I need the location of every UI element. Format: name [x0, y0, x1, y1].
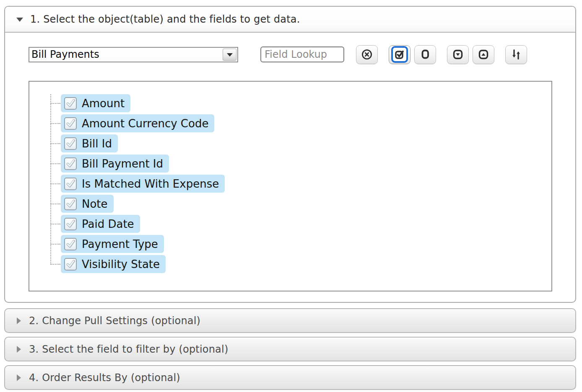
field-row: Visibility State [61, 255, 551, 273]
field-row: Bill Payment Id [61, 155, 551, 173]
field-row: Note [61, 195, 551, 213]
field-checkbox[interactable] [64, 137, 77, 150]
field-lookup-input[interactable] [260, 46, 344, 62]
field-item[interactable]: Visibility State [61, 255, 166, 273]
section2-title: 2. Change Pull Settings (optional) [29, 315, 200, 327]
checkbox-checked-icon [393, 48, 406, 61]
field-item[interactable]: Note [61, 195, 114, 213]
object-select-value: Bill Payments [29, 49, 99, 60]
field-item[interactable]: Bill Payment Id [61, 155, 169, 173]
collapse-all-button[interactable] [447, 45, 469, 64]
field-checkbox[interactable] [64, 97, 77, 110]
field-row: Paid Date [61, 215, 551, 233]
checkbox-empty-icon [419, 48, 431, 61]
field-label: Payment Type [82, 238, 158, 250]
field-label: Note [82, 198, 108, 210]
field-row: Amount Currency Code [61, 114, 551, 132]
field-row: Is Matched With Expense [61, 175, 551, 193]
field-label: Paid Date [82, 218, 134, 230]
field-checkbox[interactable] [64, 198, 77, 210]
field-row: Amount [61, 94, 551, 112]
field-item[interactable]: Bill Id [61, 134, 118, 152]
fields-tree-panel: Amount Amount Currency Code [29, 81, 552, 291]
field-label: Amount Currency Code [82, 117, 208, 130]
section-order-results[interactable]: 4. Order Results By (optional) [4, 365, 576, 390]
chevron-right-icon [17, 346, 21, 353]
section3-title: 3. Select the field to filter by (option… [29, 343, 228, 355]
field-item[interactable]: Is Matched With Expense [61, 175, 225, 193]
field-item[interactable]: Amount Currency Code [61, 114, 214, 132]
query-builder-page: 1. Select the object(table) and the fiel… [0, 0, 582, 392]
section4-title: 4. Order Results By (optional) [29, 372, 180, 384]
field-label: Is Matched With Expense [82, 178, 219, 190]
field-label: Amount [82, 97, 125, 110]
field-checkbox[interactable] [64, 117, 77, 130]
chevron-down-icon [16, 18, 23, 22]
clear-selection-button[interactable] [356, 45, 378, 64]
field-label: Bill Payment Id [82, 157, 163, 170]
circle-x-icon [361, 48, 373, 61]
field-checkbox[interactable] [64, 178, 77, 190]
field-checkbox[interactable] [64, 157, 77, 170]
field-checkbox[interactable] [64, 238, 77, 250]
section-pull-settings[interactable]: 2. Change Pull Settings (optional) [4, 308, 576, 333]
expand-all-button[interactable] [473, 45, 494, 64]
box-arrow-down-icon [452, 48, 464, 61]
field-label: Visibility State [82, 258, 160, 271]
sort-fields-button[interactable] [505, 45, 527, 64]
field-label: Bill Id [82, 137, 112, 150]
sort-arrows-icon [509, 48, 523, 61]
section-filter-by[interactable]: 3. Select the field to filter by (option… [4, 337, 576, 361]
tree-guide-line [50, 94, 51, 264]
section-select-object: 1. Select the object(table) and the fiel… [4, 6, 576, 303]
field-checkbox[interactable] [64, 218, 77, 230]
fields-tree: Amount Amount Currency Code [29, 82, 551, 291]
field-row: Bill Id [61, 134, 551, 152]
section1-header[interactable]: 1. Select the object(table) and the fiel… [5, 7, 575, 33]
fields-toolbar [356, 45, 527, 64]
field-checkbox[interactable] [64, 258, 77, 271]
controls-row: Bill Payments [29, 45, 575, 64]
chevron-right-icon [17, 317, 21, 324]
object-select[interactable]: Bill Payments [29, 47, 238, 62]
field-item[interactable]: Payment Type [61, 235, 164, 253]
dropdown-arrow-icon[interactable] [223, 49, 236, 61]
check-all-button[interactable] [389, 45, 411, 64]
chevron-right-icon [17, 374, 21, 381]
box-arrow-up-icon [477, 48, 490, 61]
field-item[interactable]: Amount [61, 94, 130, 112]
field-row: Payment Type [61, 235, 551, 253]
uncheck-all-button[interactable] [414, 45, 436, 64]
section1-title: 1. Select the object(table) and the fiel… [30, 13, 300, 25]
field-item[interactable]: Paid Date [61, 215, 140, 233]
